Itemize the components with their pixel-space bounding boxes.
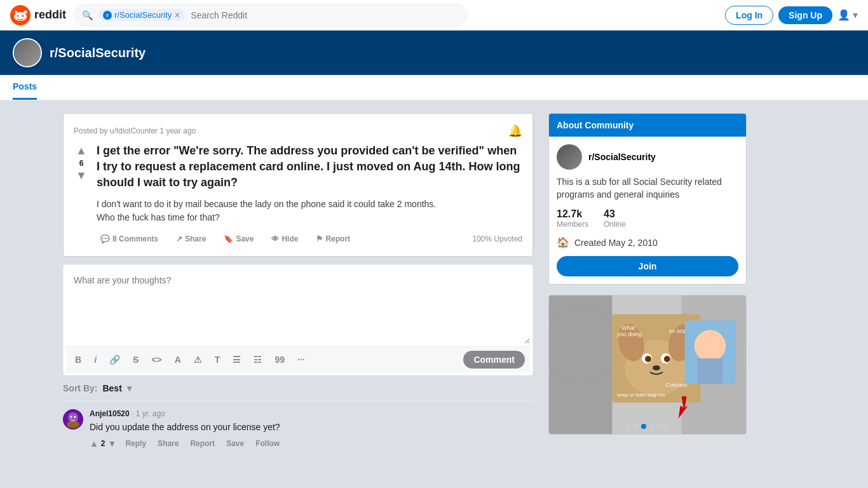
members-stat: 12.7k Members: [557, 208, 588, 229]
strikethrough-button[interactable]: S: [129, 352, 142, 367]
post-content: I get the error "We're sorry. The addres…: [97, 143, 522, 246]
share-button[interactable]: ↗ Share: [172, 232, 210, 246]
stats-row: 12.7k Members 43 Online: [557, 208, 738, 229]
comment-item: Anjel10520 · 1 yr. ago Did you update th…: [63, 401, 533, 457]
search-tag[interactable]: r r/SocialSecurity ✕: [98, 9, 186, 21]
site-name: reddit: [34, 8, 66, 22]
report-button[interactable]: ⚑ Report: [312, 232, 354, 246]
post-time-text: 1 year ago: [159, 126, 196, 135]
tab-posts[interactable]: Posts: [13, 75, 37, 100]
about-community-header: About Community: [549, 114, 746, 137]
upvote-button[interactable]: ▲: [74, 143, 88, 159]
post-meta: Posted by u/IdiotCounter 1 year ago 🔔: [74, 124, 522, 138]
about-community-card: About Community r/SocialSecurity This is…: [548, 113, 747, 285]
about-community-body: r/SocialSecurity This is a sub for all S…: [549, 137, 746, 284]
svg-point-5: [15, 11, 18, 13]
subreddit-tag-icon: r: [103, 11, 112, 20]
comment-text: Did you update the address on your licen…: [90, 421, 533, 434]
post-title: I get the error "We're sorry. The addres…: [97, 143, 522, 191]
share-icon: ↗: [176, 234, 182, 243]
commenter-avatar: [63, 409, 83, 430]
hide-label: Hide: [281, 234, 298, 243]
nav-right: Log In Sign Up 👤 ▾: [725, 6, 858, 25]
report-icon: ⚑: [316, 234, 323, 243]
subreddit-name-heading: r/SocialSecurity: [50, 46, 146, 60]
post-body: I don't want to do it by mail because th…: [97, 198, 522, 224]
subreddit-avatar: [13, 38, 42, 67]
downvote-button[interactable]: ▼: [74, 168, 88, 184]
sort-bar[interactable]: Sort By: Best ▾: [63, 376, 533, 401]
post-body-line1: I don't want to do it by mail because th…: [97, 199, 436, 209]
community-bg-image: What you doing so scare keep ur fullet l…: [549, 295, 746, 434]
comment-downvote-button[interactable]: ▼: [108, 438, 117, 449]
logo-area[interactable]: reddit: [10, 5, 66, 25]
submit-comment-button[interactable]: Comment: [463, 351, 525, 369]
created-label: Created May 2, 2010: [574, 238, 658, 248]
svg-point-25: [653, 365, 660, 370]
comment-share-button[interactable]: Share: [155, 438, 181, 449]
comment-actions: ▲ 2 ▼ Reply Share Report Save Follow: [90, 438, 533, 449]
bold-button[interactable]: B: [71, 352, 85, 367]
search-bar[interactable]: 🔍 r r/SocialSecurity ✕: [74, 4, 468, 27]
vote-section: ▲ 6 ▼: [74, 143, 89, 246]
comment-author-line: Anjel10520 · 1 yr. ago: [90, 409, 533, 418]
post-author-link[interactable]: u/IdiotCounter: [110, 126, 158, 135]
image-carousel-dots: [626, 424, 669, 429]
carousel-dot-5[interactable]: [656, 424, 661, 429]
blockquote-button[interactable]: 99: [271, 352, 288, 367]
subreddit-avatar-image: [14, 39, 41, 66]
search-tag-close[interactable]: ✕: [174, 11, 180, 20]
svg-point-8: [68, 412, 78, 423]
svg-text:Concern: Concern: [666, 382, 688, 388]
carousel-dot-6[interactable]: [664, 424, 669, 429]
bullets-button[interactable]: ☰: [229, 352, 245, 367]
comment-follow-button[interactable]: Follow: [253, 438, 282, 449]
notification-bell-icon[interactable]: 🔔: [508, 124, 522, 138]
comment-upvote-button[interactable]: ▲: [90, 438, 98, 449]
sidebar: About Community r/SocialSecurity This is…: [548, 113, 747, 457]
carousel-dot-3[interactable]: [641, 424, 646, 429]
members-value: 12.7k: [557, 208, 588, 220]
post-author-line: Posted by u/IdiotCounter 1 year ago: [74, 126, 196, 135]
carousel-dot-2[interactable]: [634, 424, 639, 429]
search-icon: 🔍: [82, 10, 93, 20]
more-button[interactable]: ···: [294, 352, 309, 367]
comment-body-area: Anjel10520 · 1 yr. ago Did you update th…: [90, 409, 533, 449]
superscript-button[interactable]: A: [171, 352, 185, 367]
svg-text:you doing: you doing: [616, 331, 642, 337]
share-label: Share: [185, 234, 206, 243]
signup-button[interactable]: Sign Up: [778, 6, 832, 24]
svg-point-2: [17, 15, 19, 17]
vote-count: 6: [79, 159, 84, 168]
italic-button[interactable]: i: [90, 352, 100, 367]
online-value: 43: [604, 208, 626, 220]
commenter-avatar-image: [63, 409, 83, 430]
save-button[interactable]: 🔖 Save: [220, 232, 257, 246]
svg-point-3: [22, 15, 24, 17]
comment-box: B i 🔗 S <> A ⚠ T ☰ ☷ 99 ··· Comment: [63, 264, 533, 376]
link-button[interactable]: 🔗: [105, 352, 124, 367]
login-button[interactable]: Log In: [725, 6, 773, 25]
hide-icon: 👁: [271, 234, 279, 243]
comments-button[interactable]: 💬 8 Comments: [97, 232, 162, 246]
comment-time: · 1 yr. ago: [132, 409, 165, 418]
hide-button[interactable]: 👁 Hide: [268, 232, 302, 246]
numbered-button[interactable]: ☷: [250, 352, 266, 367]
user-menu[interactable]: 👤 ▾: [837, 9, 858, 21]
community-avatar: [557, 144, 582, 170]
post-with-votes: ▲ 6 ▼ I get the error "We're sorry. The …: [74, 143, 522, 246]
heading-button[interactable]: T: [211, 352, 224, 367]
community-info: r/SocialSecurity: [557, 144, 738, 170]
spoiler-button[interactable]: ⚠: [190, 352, 206, 367]
code-button[interactable]: <>: [147, 352, 165, 367]
search-input[interactable]: [191, 10, 459, 20]
created-row: 🏠 Created May 2, 2010: [557, 236, 738, 248]
carousel-dot-1[interactable]: [626, 424, 631, 429]
join-button[interactable]: Join: [557, 256, 738, 276]
carousel-dot-4[interactable]: [649, 424, 654, 429]
comment-reply-button[interactable]: Reply: [123, 438, 149, 449]
comment-save-button[interactable]: Save: [224, 438, 247, 449]
comment-textarea[interactable]: [66, 268, 530, 344]
comment-report-button[interactable]: Report: [187, 438, 217, 449]
svg-point-24: [664, 356, 670, 362]
